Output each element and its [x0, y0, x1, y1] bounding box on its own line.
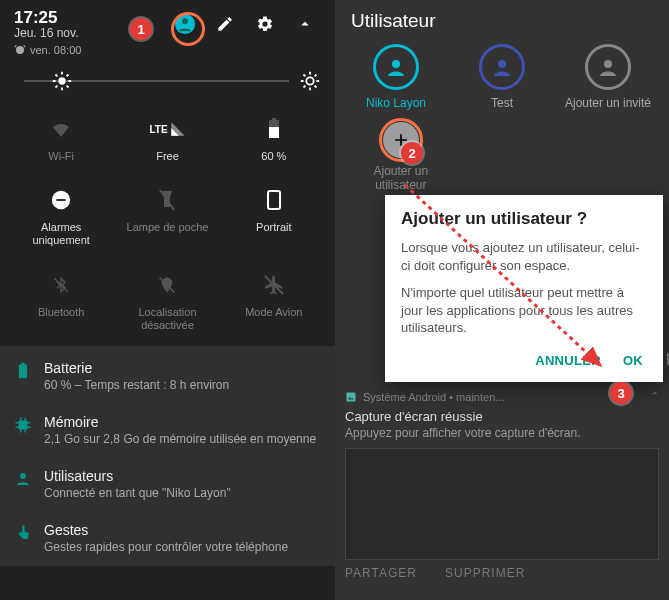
svg-point-14	[392, 60, 400, 68]
qs-tile-dnd[interactable]: Alarmes uniquement	[8, 177, 114, 261]
settings-row-battery[interactable]: Batterie60 % – Temps restant : 8 h envir…	[0, 350, 335, 404]
qs-tile-location[interactable]: Localisation désactivée	[114, 262, 220, 346]
screenshot-notification[interactable]: Système Android • mainten... ⌃ Capture d…	[345, 390, 659, 580]
brightness-slider[interactable]	[0, 64, 335, 106]
qs-tile-flashlight[interactable]: Lampe de poche	[114, 177, 220, 261]
user-item-guest[interactable]: Ajouter un invité	[556, 44, 661, 110]
notification-action-share[interactable]: PARTAGER	[345, 566, 417, 580]
svg-point-13	[20, 473, 26, 479]
dialog-title: Ajouter un utilisateur ?	[401, 209, 647, 229]
settings-row-memory[interactable]: Mémoire2,1 Go sur 2,8 Go de mémoire util…	[0, 404, 335, 458]
qs-tile-battery[interactable]: 60 %	[221, 106, 327, 177]
settings-icon[interactable]	[251, 10, 279, 38]
notification-action-delete[interactable]: SUPPRIMER	[445, 566, 525, 580]
user-item-test[interactable]: Test	[450, 44, 555, 110]
user-list: Niko Layon Test Ajouter un invité	[335, 36, 669, 122]
qs-tile-rotation[interactable]: Portrait	[221, 177, 327, 261]
page-title: Utilisateur	[335, 0, 669, 36]
qs-tile-bluetooth[interactable]: Bluetooth	[8, 262, 114, 346]
svg-rect-18	[347, 392, 356, 401]
notification-app: Système Android • mainten...	[363, 391, 504, 403]
svg-rect-6	[272, 118, 276, 121]
dialog-cancel-button[interactable]: ANNULER	[535, 353, 601, 368]
svg-point-3	[306, 77, 313, 84]
quick-settings-grid: Wi-Fi LTEFree 60 % Alarmes uniquement La…	[0, 106, 335, 346]
auto-brightness-icon[interactable]	[299, 70, 321, 92]
svg-rect-11	[21, 363, 24, 365]
user-switcher-panel: Utilisateur Niko Layon Test Ajouter un i…	[335, 0, 669, 600]
edit-icon[interactable]	[211, 10, 239, 38]
add-user-dialog: Ajouter un utilisateur ? Lorsque vous aj…	[385, 195, 663, 382]
add-user-label: Ajouter un utilisateur	[351, 164, 451, 192]
svg-rect-12	[19, 420, 28, 429]
annotation-marker-3: 3	[610, 382, 632, 404]
next-alarm: ven. 08:00	[0, 42, 335, 64]
settings-row-gestures[interactable]: GestesGestes rapides pour contrôler votr…	[0, 512, 335, 566]
dialog-text-2: N'importe quel utilisateur peut mettre à…	[401, 284, 647, 337]
status-date: Jeu. 16 nov.	[14, 26, 79, 40]
qs-tile-data[interactable]: LTEFree	[114, 106, 220, 177]
svg-rect-10	[19, 364, 27, 378]
quick-settings-panel: 1 17:25 Jeu. 16 nov. ven. 08:00	[0, 0, 335, 600]
notification-preview	[345, 448, 659, 560]
svg-rect-5	[269, 127, 279, 138]
settings-list: Batterie60 % – Temps restant : 8 h envir…	[0, 346, 335, 566]
svg-rect-9	[268, 191, 280, 209]
user-item-current[interactable]: Niko Layon	[344, 44, 449, 110]
dialog-ok-button[interactable]: OK	[623, 353, 643, 368]
annotation-marker-2: 2	[401, 142, 423, 164]
status-time: 17:25	[14, 8, 79, 28]
qs-tile-wifi[interactable]: Wi-Fi	[8, 106, 114, 177]
qs-tile-airplane[interactable]: Mode Avion	[221, 262, 327, 346]
svg-rect-8	[57, 199, 66, 201]
svg-point-2	[58, 77, 65, 84]
notification-title: Capture d'écran réussie	[345, 409, 659, 424]
background-ok-button: K	[666, 350, 669, 370]
dialog-text-1: Lorsque vous ajoutez un utilisateur, cel…	[401, 239, 647, 274]
settings-row-users[interactable]: UtilisateursConnecté en tant que "Niko L…	[0, 458, 335, 512]
annotation-marker-1: 1	[130, 18, 152, 40]
collapse-icon[interactable]	[291, 10, 319, 38]
notification-subtitle: Appuyez pour afficher votre capture d'éc…	[345, 426, 659, 440]
svg-point-15	[498, 60, 506, 68]
svg-point-16	[604, 60, 612, 68]
